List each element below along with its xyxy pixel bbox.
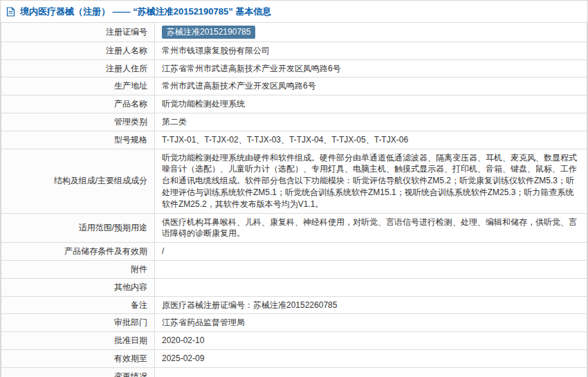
row-value: 听觉功能检测处理系统 (155, 95, 587, 113)
table-row: 注册人名称 常州市钱璟康复股份有限公司 (1, 42, 587, 59)
row-label: 产品储存条件及有效期 (1, 243, 155, 261)
row-label: 结构及组成/主要组成成分 (1, 149, 155, 213)
row-label: 适用范围/预期用途 (1, 213, 155, 243)
registration-number-badge: 苏械注准20152190785 (162, 26, 255, 39)
table-row: 产品名称 听觉功能检测处理系统 (1, 95, 587, 113)
row-value (155, 367, 587, 377)
row-label: 产品名称 (1, 95, 155, 113)
row-label: 附件 (1, 260, 155, 278)
row-value: 2020-02-10 (155, 332, 587, 350)
table-row: 管理类别 第二类 (1, 113, 587, 131)
row-label: 型号规格 (1, 131, 155, 149)
table-row: 产品储存条件及有效期 / (1, 243, 587, 261)
table-row: 型号规格 T-TJX-01、T-TJX-02、T-TJX-03、T-TJX-04… (1, 131, 587, 149)
row-label: 注册证编号 (1, 23, 155, 42)
row-label: 批准日期 (1, 332, 155, 350)
row-value (155, 278, 587, 296)
row-value: 常州市钱璟康复股份有限公司 (155, 42, 587, 59)
table-row: 变更情况 (1, 367, 587, 377)
row-value: 原医疗器械注册证编号：苏械注准20152260785 (155, 296, 587, 314)
row-value: 江苏省常州市武进高新技术产业开发区凤鸣路6号 (155, 59, 587, 77)
table-row: 批准日期 2020-02-10 (1, 332, 587, 350)
row-value: 苏械注准20152190785 (155, 23, 587, 42)
table-row: 其他内容 (1, 278, 587, 296)
table-row: 附件 (1, 260, 587, 278)
row-label: 注册人名称 (1, 42, 155, 59)
row-value: / (155, 243, 587, 261)
row-label: 管理类别 (1, 113, 155, 131)
table-row: 生产地址 常州市武进高新技术产业开发区凤鸣路6号 (1, 77, 587, 95)
registration-detail-page: 境内医疗器械（注册） —— “苏械注准20152190785” 基本信息 注册证… (0, 0, 588, 377)
table-row: 有效期至 2025-02-09 (1, 349, 587, 367)
table-row: 备注 原医疗器械注册证编号：苏械注准20152260785 (1, 296, 587, 314)
row-label: 注册人住所 (1, 59, 155, 77)
row-value: 常州市武进高新技术产业开发区凤鸣路6号 (155, 77, 587, 95)
table-row: 注册证编号 苏械注准20152190785 (1, 23, 587, 42)
row-value (155, 260, 587, 278)
page-header: 境内医疗器械（注册） —— “苏械注准20152190785” 基本信息 (1, 1, 587, 22)
table-row: 审批部门 江苏省药品监督管理局 (1, 314, 587, 332)
row-label: 备注 (1, 296, 155, 314)
row-value: 听觉功能检测处理系统由硬件和软件组成。硬件部分由单通道低通滤波器、隔离变压器、耳… (155, 149, 587, 213)
row-value: 第二类 (155, 113, 587, 131)
table-row: 适用范围/预期用途 供医疗机构耳鼻喉科、儿科、康复科、神经科使用，对听觉、言语信… (1, 213, 587, 243)
table-row: 结构及组成/主要组成成分 听觉功能检测处理系统由硬件和软件组成。硬件部分由单通道… (1, 149, 587, 213)
row-label: 有效期至 (1, 349, 155, 367)
row-label: 变更情况 (1, 367, 155, 377)
row-label: 生产地址 (1, 77, 155, 95)
row-value: 江苏省药品监督管理局 (155, 314, 587, 332)
registration-info-table: 注册证编号 苏械注准20152190785 注册人名称 常州市钱璟康复股份有限公… (1, 22, 587, 377)
row-label: 审批部门 (1, 314, 155, 332)
row-value: 供医疗机构耳鼻喉科、儿科、康复科、神经科使用，对听觉、言语信号进行检测、处理、编… (155, 213, 587, 243)
document-icon (6, 7, 15, 17)
row-value: T-TJX-01、T-TJX-02、T-TJX-03、T-TJX-04、T-TJ… (155, 131, 587, 149)
table-row: 注册人住所 江苏省常州市武进高新技术产业开发区凤鸣路6号 (1, 59, 587, 77)
page-title: 境内医疗器械（注册） —— “苏械注准20152190785” 基本信息 (20, 6, 271, 18)
row-value: 2025-02-09 (155, 349, 587, 367)
row-label: 其他内容 (1, 278, 155, 296)
